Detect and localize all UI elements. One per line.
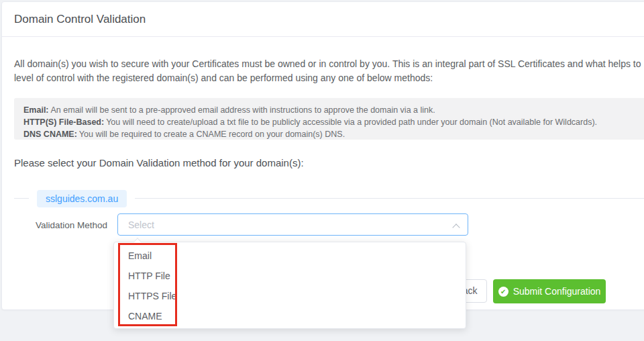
info-email-line: Email:An email will be sent to a pre-app… [23,104,644,116]
validation-method-dropdown: Email HTTP File HTTPS File CNAME [113,242,466,329]
validation-method-label: Validation Method [2,220,107,230]
intro-paragraph: All domain(s) you wish to secure with yo… [14,57,644,85]
info-email-text: An email will be sent to a pre-approved … [51,105,435,115]
info-email-label: Email: [23,105,49,115]
info-http-line: HTTP(S) File-Based:You will need to crea… [23,116,644,128]
card-header: Domain Control Validation [2,2,644,37]
check-circle-icon: ✔ [498,287,508,297]
info-cname-text: You will be required to create a CNAME r… [79,130,345,139]
submit-configuration-button[interactable]: ✔ Submit Configuration [493,279,606,303]
validation-method-select[interactable]: Select [117,213,468,236]
intro-line-1: All domain(s) you wish to secure with yo… [14,57,644,71]
submit-button-label: Submit Configuration [513,286,601,297]
domain-control-validation-page: Domain Control Validation All domain(s) … [0,0,644,341]
chevron-up-icon [453,224,459,229]
dropdown-option-https-file[interactable]: HTTPS File [114,286,466,306]
info-cname-line: DNS CNAME:You will be required to create… [23,128,644,140]
dropdown-option-email[interactable]: Email [114,246,466,266]
page-title: Domain Control Validation [14,13,644,26]
select-method-prompt: Please select your Domain Validation met… [14,157,304,168]
dropdown-option-http-file[interactable]: HTTP File [114,266,466,286]
info-http-text: You will need to create/upload a txt fil… [106,117,597,127]
info-http-label: HTTP(S) File-Based: [23,117,104,127]
select-placeholder: Select [128,220,154,230]
info-cname-label: DNS CNAME: [23,130,77,139]
domain-tab-sslguides[interactable]: sslguides.com.au [37,190,127,207]
validation-methods-info-box: Email:An email will be sent to a pre-app… [14,98,644,140]
dropdown-option-cname[interactable]: CNAME [114,306,466,326]
intro-line-2: level of control with the registered dom… [14,71,644,85]
domain-tab-wrapper: sslguides.com.au [29,190,135,207]
